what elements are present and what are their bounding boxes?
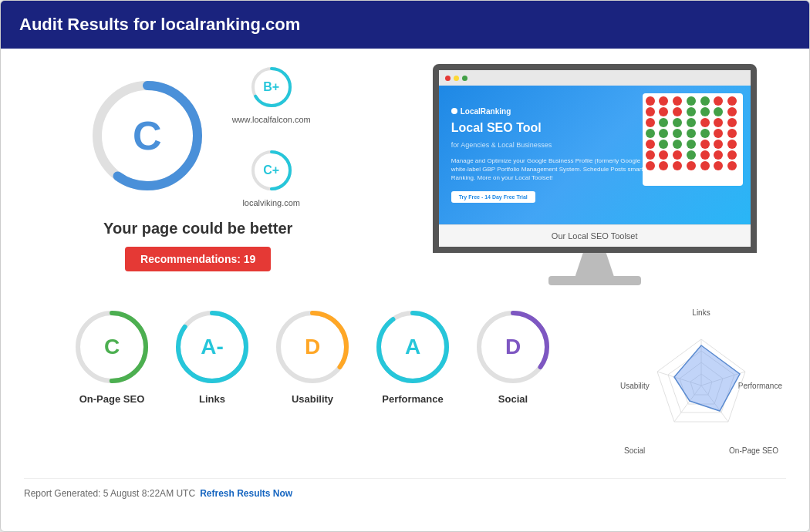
monitor-cta-button: Try Free - 14 Day Free Trial	[451, 191, 535, 203]
map-dot	[700, 129, 710, 138]
score-item-usability: D Usability	[274, 308, 351, 405]
badge-circle-localfalcon: B+	[248, 64, 295, 110]
svg-marker-25	[674, 345, 740, 411]
radar-section: Links Performance On-Page SEO Social Usa…	[616, 308, 786, 463]
score-circle-on-page-seo: C	[73, 308, 150, 386]
score-grade-on-page-seo: C	[104, 335, 120, 359]
badge-label-localviking: localviking.com	[242, 198, 300, 207]
page-message: Your page could be better	[103, 220, 292, 237]
map-dot	[687, 118, 696, 127]
map-dot	[673, 140, 682, 149]
map-dot	[700, 150, 710, 160]
map-dot	[687, 161, 696, 170]
map-dot	[646, 118, 655, 127]
main-grade: C	[133, 113, 162, 159]
map-dot	[727, 118, 737, 127]
map-dot	[714, 129, 723, 138]
brand-icon	[451, 108, 457, 114]
score-label-social: Social	[498, 393, 528, 405]
score-circle-social: D	[474, 308, 552, 386]
monitor-base	[548, 276, 641, 285]
monitor-neck	[575, 253, 614, 276]
badge-label-localfalcon: www.localfalcon.com	[232, 115, 311, 124]
top-section: C B+ www.localfalcon.	[24, 64, 786, 285]
map-dot	[687, 150, 696, 160]
score-item-social: D Social	[474, 308, 552, 405]
map-dot	[673, 150, 682, 160]
map-dot	[700, 118, 710, 127]
map-dot	[727, 140, 737, 149]
left-panel: C B+ www.localfalcon.	[24, 64, 372, 271]
browser-dot-green	[462, 76, 467, 81]
footer: Report Generated: 5 August 8:22AM UTC Re…	[24, 478, 786, 499]
map-grid	[646, 96, 740, 170]
badge-circle-localviking: C+	[248, 147, 295, 194]
monitor-footer-text: Our Local SEO Toolset	[552, 231, 638, 241]
score-label-links: Links	[199, 393, 225, 405]
score-label-performance: Performance	[382, 393, 443, 405]
map-dot	[727, 161, 737, 170]
score-item-on-page-seo: C On-Page SEO	[73, 308, 150, 405]
score-circle-performance: A	[374, 308, 451, 386]
map-dot	[646, 129, 655, 138]
recommendations-button[interactable]: Recommendations: 19	[125, 247, 271, 271]
map-dot	[673, 107, 682, 116]
badge-grade-localviking: C+	[263, 163, 279, 177]
map-dot	[646, 107, 655, 116]
score-label-usability: Usability	[292, 393, 333, 405]
map-dot	[687, 107, 696, 116]
map-dot	[659, 107, 668, 116]
report-generated-text: Report Generated: 5 August 8:22AM UTC	[24, 488, 195, 499]
map-dot	[687, 129, 696, 138]
map-dot	[646, 150, 655, 160]
map-dot	[714, 118, 723, 127]
monitor-screen: LocalRanking Local SEO Tool for Agencies…	[433, 64, 757, 253]
scores-row: C On-Page SEO A- Links D Usability	[24, 308, 601, 405]
browser-dot-red	[445, 76, 451, 81]
badge-localfalcon: B+ www.localfalcon.com	[232, 64, 311, 124]
badge-grade-localfalcon: B+	[263, 80, 279, 94]
monitor-footer: Our Local SEO Toolset	[439, 224, 751, 247]
brand-label: LocalRanking	[461, 107, 511, 116]
map-dot	[673, 118, 682, 127]
map-dot	[659, 96, 668, 106]
score-circle-links: A-	[174, 308, 251, 386]
score-item-links: A- Links	[174, 308, 251, 405]
monitor-screenshot: LocalRanking Local SEO Tool for Agencies…	[439, 86, 751, 224]
map-dot	[714, 107, 723, 116]
monitor-mockup: LocalRanking Local SEO Tool for Agencies…	[433, 64, 757, 285]
refresh-link[interactable]: Refresh Results Now	[200, 488, 292, 499]
map-dot	[687, 140, 696, 149]
map-dot	[659, 140, 668, 149]
map-dot	[700, 96, 710, 106]
map-dot	[727, 150, 737, 160]
app-window: Audit Results for localranking.com C	[0, 0, 810, 532]
score-grade-links: A-	[201, 335, 224, 359]
map-dot	[727, 107, 737, 116]
page-header: Audit Results for localranking.com	[1, 1, 809, 49]
main-score-area: C B+ www.localfalcon.	[86, 64, 311, 207]
monitor-map-preview	[643, 93, 743, 186]
radar-svg	[624, 308, 778, 463]
side-badges: B+ www.localfalcon.com C+	[232, 64, 311, 207]
map-dot	[700, 107, 710, 116]
score-circle-usability: D	[274, 308, 351, 386]
map-dot	[659, 129, 668, 138]
right-panel: LocalRanking Local SEO Tool for Agencies…	[403, 64, 786, 285]
map-dot	[727, 96, 737, 106]
map-dot	[700, 140, 710, 149]
map-dot	[673, 161, 682, 170]
map-dot	[700, 161, 710, 170]
browser-bar	[439, 70, 751, 86]
main-content: C B+ www.localfalcon.	[1, 49, 809, 514]
radar-grid	[657, 339, 745, 422]
map-dot	[673, 129, 682, 138]
browser-dot-yellow	[454, 76, 459, 81]
score-grade-usability: D	[305, 335, 320, 359]
radar-container: Links Performance On-Page SEO Social Usa…	[624, 308, 778, 463]
main-score-circle: C	[86, 74, 209, 197]
map-dot	[714, 140, 723, 149]
map-dot	[659, 161, 668, 170]
map-dot	[646, 140, 655, 149]
map-dot	[714, 161, 723, 170]
